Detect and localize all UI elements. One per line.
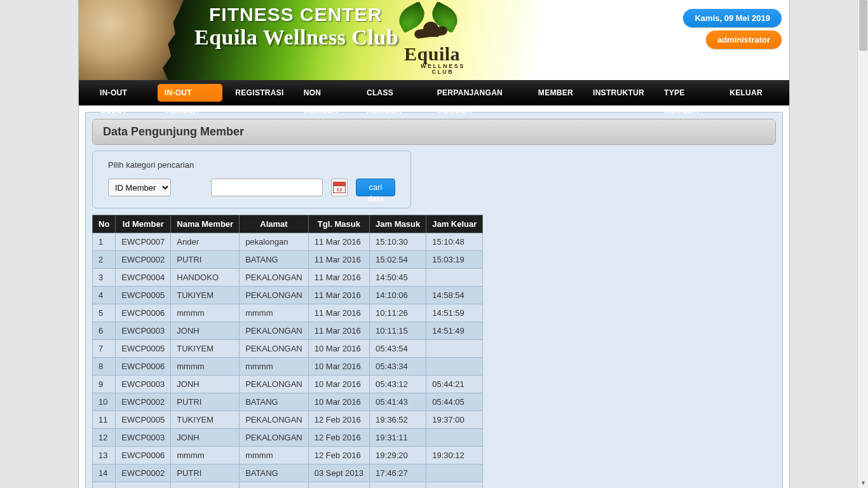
- nav-item-non-member[interactable]: NON MEMBER: [297, 84, 354, 102]
- page-title-panel: Data Pengunjung Member: [92, 119, 776, 145]
- table-cell: 15:02:54: [370, 251, 426, 269]
- nav-item-instruktur[interactable]: INSTRUKTUR: [586, 84, 651, 102]
- table-cell: 11 Mar 2016: [308, 304, 369, 322]
- nav-item-type-member[interactable]: TYPE MEMBER: [657, 84, 717, 102]
- table-cell: 11:20:20: [370, 482, 426, 489]
- header-mascot-image: [79, 0, 184, 80]
- table-cell: mmmm: [171, 447, 240, 464]
- nav-item-perpanjangan-member[interactable]: PERPANJANGAN MEMBER: [430, 84, 526, 102]
- table-cell: 11 Mar 2016: [308, 287, 369, 304]
- table-cell: TUKIYEM: [171, 340, 240, 358]
- table-cell: 12 Feb 2016: [308, 447, 369, 464]
- table-cell: EWCP0004: [116, 269, 171, 287]
- table-row: 1EWCP0007Anderpekalongan11 Mar 201615:10…: [93, 233, 483, 251]
- calendar-button[interactable]: [331, 179, 348, 196]
- nav-item-keluar[interactable]: KELUAR: [722, 84, 770, 102]
- table-cell: 11 Mar 2016: [308, 322, 369, 340]
- table-cell: 11 Mar 2016: [308, 233, 369, 251]
- table-cell: EWCP0006: [116, 358, 171, 376]
- table-cell: PEKALONGAN: [240, 287, 309, 304]
- table-cell: 15:10:48: [426, 233, 483, 251]
- calendar-icon: [333, 182, 346, 193]
- vertical-scrollbar[interactable]: ▲ ▼: [857, 0, 868, 488]
- table-row: 15EWCP0002PUTRIBATANG26 Jun 201311:20:20: [93, 482, 483, 489]
- table-cell: 12 Feb 2016: [308, 429, 369, 447]
- table-cell: 13: [93, 447, 116, 464]
- table-cell: PUTRI: [171, 393, 240, 411]
- table-cell: EWCP0006: [116, 447, 171, 464]
- table-row: 9EWCP0003JONHPEKALONGAN10 Mar 201605:43:…: [93, 376, 483, 393]
- column-header: Jam Keluar: [426, 215, 483, 233]
- header-title-line1: FITNESS CENTER: [209, 4, 382, 25]
- search-panel: Pilih kategori pencarian ID Member cari …: [92, 151, 411, 208]
- table-cell: mmmm: [171, 304, 240, 322]
- scroll-down-icon[interactable]: ▼: [858, 477, 868, 488]
- table-cell: 15:10:30: [370, 233, 426, 251]
- search-input[interactable]: [211, 179, 323, 196]
- table-cell: 1: [93, 233, 116, 251]
- table-cell: BATANG: [240, 464, 309, 482]
- table-cell: 19:30:12: [426, 447, 483, 464]
- table-cell: BATANG: [240, 482, 309, 489]
- table-cell: Ander: [171, 233, 240, 251]
- table-cell: PUTRI: [171, 251, 240, 269]
- table-cell: [426, 340, 483, 358]
- table-cell: [426, 464, 483, 482]
- table-row: 4EWCP0005TUKIYEMPEKALONGAN11 Mar 201614:…: [93, 287, 483, 304]
- table-cell: PEKALONGAN: [240, 322, 309, 340]
- table-cell: EWCP0005: [116, 340, 171, 358]
- table-cell: PEKALONGAN: [240, 376, 309, 393]
- table-cell: EWCP0005: [116, 287, 171, 304]
- table-cell: 15: [93, 482, 116, 489]
- member-visit-table: NoId MemberNama MemberAlamatTgl. MasukJa…: [92, 215, 483, 488]
- main-nav: IN-OUT GUESTIN-OUT MEMBERREGISTRASINON M…: [79, 80, 789, 105]
- table-cell: 10 Mar 2016: [308, 340, 369, 358]
- table-cell: EWCP0006: [116, 304, 171, 322]
- scroll-thumb[interactable]: [859, 0, 867, 51]
- table-cell: PEKALONGAN: [240, 340, 309, 358]
- table-cell: PUTRI: [171, 464, 240, 482]
- table-cell: 8: [93, 358, 116, 376]
- table-cell: 11: [93, 411, 116, 429]
- table-row: 13EWCP0006mmmmmmmm12 Feb 201619:29:2019:…: [93, 447, 483, 464]
- table-cell: 14: [93, 464, 116, 482]
- table-cell: 05:44:21: [426, 376, 483, 393]
- table-cell: 26 Jun 2013: [308, 482, 369, 489]
- table-cell: JONH: [171, 429, 240, 447]
- table-cell: EWCP0007: [116, 233, 171, 251]
- table-row: 10EWCP0002PUTRIBATANG10 Mar 201605:41:43…: [93, 393, 483, 411]
- nav-item-registrasi[interactable]: REGISTRASI: [228, 84, 290, 102]
- table-cell: 3: [93, 269, 116, 287]
- table-cell: 15:03:19: [426, 251, 483, 269]
- user-badge[interactable]: administrator: [706, 30, 782, 49]
- table-cell: 05:43:12: [370, 376, 426, 393]
- table-row: 3EWCP0004HANDOKOPEKALONGAN11 Mar 201614:…: [93, 269, 483, 287]
- nav-item-class-member[interactable]: CLASS MEMBER: [360, 84, 424, 102]
- table-cell: 6: [93, 322, 116, 340]
- table-cell: 14:51:49: [426, 322, 483, 340]
- logo-text: Equila: [404, 43, 460, 65]
- nav-item-in-out-guest[interactable]: IN-OUT GUEST: [93, 84, 152, 102]
- table-row: 5EWCP0006mmmmmmmm11 Mar 201610:11:2614:5…: [93, 304, 483, 322]
- table-cell: EWCP0002: [116, 251, 171, 269]
- table-cell: 12: [93, 429, 116, 447]
- table-cell: 4: [93, 287, 116, 304]
- search-category-select[interactable]: ID Member: [108, 179, 171, 196]
- table-cell: EWCP0003: [116, 429, 171, 447]
- nav-item-in-out-member[interactable]: IN-OUT MEMBER: [158, 84, 223, 102]
- table-cell: EWCP0002: [116, 464, 171, 482]
- column-header: Alamat: [240, 215, 309, 233]
- search-label: Pilih kategori pencarian: [108, 160, 395, 170]
- table-row: 6EWCP0003JONHPEKALONGAN11 Mar 201610:11:…: [93, 322, 483, 340]
- column-header: Tgl. Masuk: [308, 215, 369, 233]
- table-cell: PUTRI: [171, 482, 240, 489]
- nav-item-member[interactable]: MEMBER: [531, 84, 580, 102]
- column-header: No: [93, 215, 116, 233]
- table-cell: EWCP0003: [116, 322, 171, 340]
- search-button[interactable]: cari data: [356, 179, 395, 196]
- table-cell: 19:31:11: [370, 429, 426, 447]
- table-cell: TUKIYEM: [171, 411, 240, 429]
- table-cell: EWCP0002: [116, 482, 171, 489]
- table-cell: EWCP0005: [116, 411, 171, 429]
- table-cell: 19:36:52: [370, 411, 426, 429]
